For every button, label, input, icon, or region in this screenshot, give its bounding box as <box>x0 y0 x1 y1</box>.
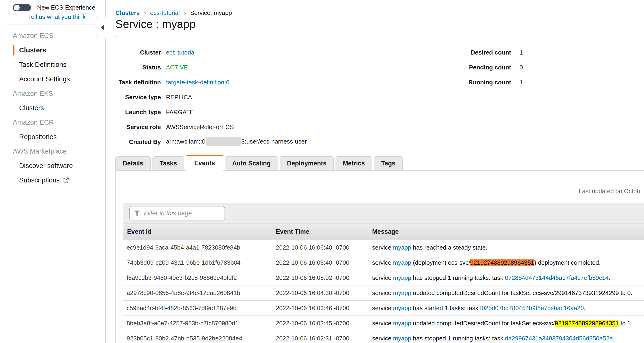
running-count-label: Running count <box>457 79 511 86</box>
message-text: service <box>372 305 393 312</box>
message-link[interactable]: myapp <box>393 274 411 281</box>
detail-row: Clusterecs-tutorial <box>116 45 306 60</box>
message-text: to 1. <box>619 320 632 327</box>
message-link[interactable]: myapp <box>393 335 411 342</box>
cluster-value[interactable]: ecs-tutorial <box>166 49 196 56</box>
tab-deployments[interactable]: Deployments <box>280 156 334 171</box>
filter-field <box>130 206 225 220</box>
message-link[interactable]: 072854d473144d46a17fa4c7efb59c14 <box>505 274 608 281</box>
event-id-cell: ec9e1d94-9aca-45b4-a4a1-7823030fe84b <box>123 244 270 251</box>
status-value: ACTIVE <box>166 64 188 71</box>
detail-value: fargate-task-definition:6 <box>166 79 230 86</box>
sidebar-item-repositories[interactable]: Repositories <box>0 130 106 144</box>
message-text: service <box>372 259 393 266</box>
desired-count-value: 1 <box>520 49 523 56</box>
table-row: 74bb3d09-c209-43a1-96be-1db1f6783b042022… <box>123 255 644 270</box>
message-text: service <box>372 244 393 251</box>
event-id-cell: c595ad4c-bf4f-482b-8563-7df9c1287e9b <box>123 305 270 312</box>
sidebar: New ECS Experience Tell us what you thin… <box>0 0 106 343</box>
table-header-row: Event Id Event Time Message <box>123 223 644 240</box>
detail-value: ACTIVE <box>166 64 188 71</box>
sidebar-item-label: Clusters <box>19 43 46 57</box>
filter-input[interactable] <box>130 206 225 220</box>
breadcrumb: Clusters›ecs-tutorial›Service: myapp <box>116 9 232 16</box>
breadcrumb-separator-icon: › <box>144 9 146 16</box>
detail-label: Service role <box>116 123 161 131</box>
tab-tags[interactable]: Tags <box>374 156 403 171</box>
sidebar-collapse-button[interactable] <box>96 17 116 38</box>
tab-metrics[interactable]: Metrics <box>336 156 372 171</box>
message-text: updated computedDesiredCount for taskSet… <box>411 289 632 296</box>
table-row: c595ad4c-bf4f-482b-8563-7df9c1287e9b2022… <box>123 301 644 316</box>
tab-details[interactable]: Details <box>116 156 150 171</box>
message-link[interactable]: myapp <box>393 259 411 266</box>
message-link[interactable]: myapp <box>393 305 411 312</box>
sidebar-item-task-definitions[interactable]: Task Definitions <box>0 57 106 72</box>
event-id-cell: 923b05c1-30b2-47bb-b535-9d2be22084e4 <box>123 335 270 342</box>
message-link[interactable]: da29967431a3483794304d56d850a52a <box>505 335 613 342</box>
sidebar-item-label: Task Definitions <box>19 57 66 72</box>
event-id-cell: f6a9cdb3-9460-49e3-b2c6-98669e40fdf2 <box>123 274 270 282</box>
detail-value: ecs-tutorial <box>166 49 196 56</box>
events-table-body: ec9e1d94-9aca-45b4-a4a1-7823030fe84b2022… <box>123 240 644 343</box>
redacted-account-id <box>206 137 241 146</box>
created-by-prefix: arn:aws:iam::0 <box>166 138 206 145</box>
breadcrumb-item-clusters[interactable]: Clusters <box>116 9 140 16</box>
task-definition-value[interactable]: fargate-task-definition:6 <box>166 79 230 86</box>
tab-auto-scaling[interactable]: Auto Scaling <box>225 156 278 171</box>
title-divider <box>116 43 644 43</box>
detail-label: Launch type <box>116 109 161 116</box>
sidebar-section-header-aws-marketplace: AWS Marketplace <box>0 144 106 158</box>
sidebar-nav: Amazon ECSClustersTask DefinitionsAccoun… <box>0 28 106 187</box>
running-count-value: 1 <box>520 79 523 86</box>
table-row: f6a9cdb3-9460-49e3-b2c6-98669e40fdf22022… <box>123 270 644 286</box>
detail-value: AWSServiceRoleForECS <box>166 123 234 131</box>
message-link[interactable]: myapp <box>393 289 411 296</box>
sidebar-item-clusters[interactable]: Clusters <box>0 43 106 57</box>
sidebar-item-label: Subscriptions <box>19 173 60 187</box>
events-tab-panel: Last updated on Octob Event Id Event Tim… <box>116 170 644 343</box>
tab-events[interactable]: Events <box>186 155 223 171</box>
event-time-cell: 2022-10-06 16:03:46 -0700 <box>270 305 366 312</box>
event-time-cell: 2022-10-06 16:04:30 -0700 <box>270 289 366 297</box>
message-text: has reached a steady state. <box>411 244 488 251</box>
sidebar-item-label: Account Settings <box>19 72 70 86</box>
table-row: 923b05c1-30b2-47bb-b535-9d2be22084e42022… <box>123 331 644 343</box>
count-row: Pending count0 <box>457 60 523 75</box>
detail-label: Cluster <box>116 49 161 56</box>
message-link[interactable]: myapp <box>393 244 411 251</box>
tabs-bar: DetailsTasksEventsAuto ScalingDeployment… <box>116 154 403 171</box>
event-id-cell: 8beb3a8f-a0e7-4257-983b-c7fc870980d1 <box>123 320 270 327</box>
detail-value: arn:aws:iam::03:user/ecs-harness-user <box>166 137 306 147</box>
message-cell: service myapp has started 1 tasks: task … <box>366 305 644 312</box>
breadcrumb-item-ecs-tutorial[interactable]: ecs-tutorial <box>150 9 180 16</box>
message-cell: service myapp has stopped 1 running task… <box>366 274 644 282</box>
breadcrumb-item-service-myapp: Service: myapp <box>190 9 232 16</box>
events-table-widget: Event Id Event Time Message ec9e1d94-9ac… <box>123 203 644 343</box>
feedback-link[interactable]: Tell us what you think <box>28 13 86 20</box>
tab-tasks[interactable]: Tasks <box>152 156 184 171</box>
search-highlight: 9219274889298964351 <box>470 259 534 266</box>
sidebar-item-account-settings[interactable]: Account Settings <box>0 72 106 86</box>
events-table: Event Id Event Time Message ec9e1d94-9ac… <box>123 223 644 343</box>
message-link[interactable]: myapp <box>393 320 411 327</box>
detail-row: Service roleAWSServiceRoleForECS <box>116 119 306 134</box>
message-cell: service myapp updated computedDesiredCou… <box>366 289 644 297</box>
detail-value: FARGATE <box>166 109 194 116</box>
new-ecs-experience-toggle[interactable] <box>13 4 31 11</box>
count-row: Desired count1 <box>457 45 523 60</box>
sidebar-divider <box>7 24 98 24</box>
detail-label: Service type <box>116 94 161 101</box>
event-time-cell: 2022-10-06 16:05:02 -0700 <box>270 274 366 282</box>
page-title: Service : myapp <box>116 18 196 30</box>
message-cell: service myapp has reached a steady state… <box>366 244 644 251</box>
message-cell: service myapp has stopped 1 running task… <box>366 335 644 342</box>
message-link[interactable]: f025d07bd780454b9f8e7cebac16aa20 <box>480 305 584 312</box>
sidebar-item-discover-software[interactable]: Discover software <box>0 158 106 173</box>
sidebar-item-subscriptions[interactable]: Subscriptions <box>0 173 106 187</box>
message-text: service <box>372 320 393 327</box>
column-header-message: Message <box>366 224 644 240</box>
pending-count-value: 0 <box>520 64 523 71</box>
detail-label: Created By <box>116 138 161 146</box>
sidebar-item-clusters[interactable]: Clusters <box>0 101 106 115</box>
